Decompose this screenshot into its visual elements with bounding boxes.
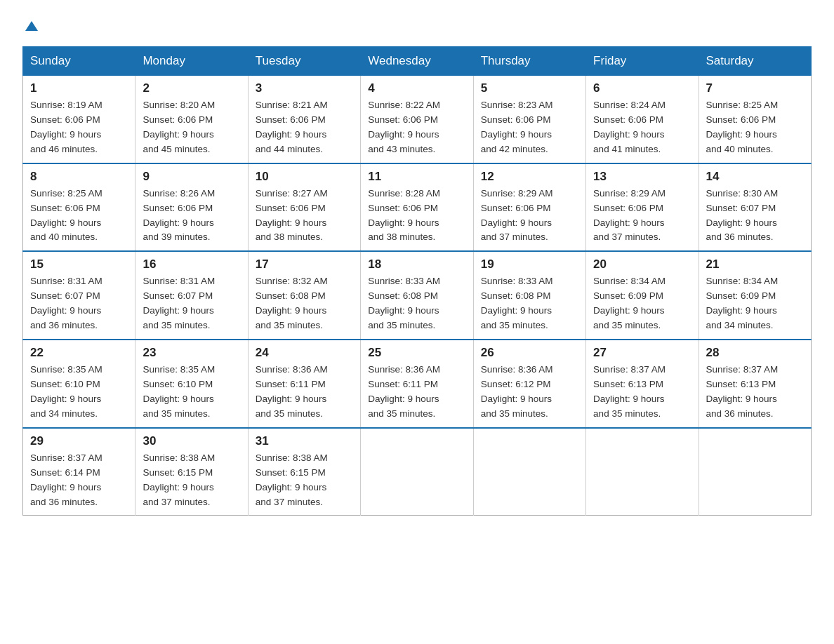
day-number: 25 [368,346,465,360]
day-info: Sunrise: 8:33 AMSunset: 6:08 PMDaylight:… [368,274,465,333]
day-number: 6 [593,81,691,95]
day-number: 2 [143,81,240,95]
day-cell [473,428,585,516]
day-number: 15 [30,257,128,271]
day-number: 12 [481,170,578,184]
day-info: Sunrise: 8:24 AMSunset: 6:06 PMDaylight:… [593,98,691,157]
day-number: 23 [143,346,240,360]
day-number: 14 [706,170,804,184]
page-header [22,17,812,34]
day-cell: 24Sunrise: 8:36 AMSunset: 6:11 PMDayligh… [248,340,360,428]
svg-marker-0 [25,21,38,31]
logo [22,17,39,34]
day-info: Sunrise: 8:34 AMSunset: 6:09 PMDaylight:… [593,274,691,333]
day-number: 9 [143,170,240,184]
day-number: 4 [368,81,465,95]
day-cell: 23Sunrise: 8:35 AMSunset: 6:10 PMDayligh… [135,340,248,428]
day-info: Sunrise: 8:38 AMSunset: 6:15 PMDaylight:… [143,451,240,510]
header-friday: Friday [586,47,699,76]
day-number: 28 [706,346,804,360]
day-info: Sunrise: 8:22 AMSunset: 6:06 PMDaylight:… [368,98,465,157]
day-cell: 17Sunrise: 8:32 AMSunset: 6:08 PMDayligh… [248,251,360,340]
day-number: 8 [30,170,128,184]
day-info: Sunrise: 8:20 AMSunset: 6:06 PMDaylight:… [143,98,240,157]
day-cell: 13Sunrise: 8:29 AMSunset: 6:06 PMDayligh… [586,163,699,252]
day-cell: 4Sunrise: 8:22 AMSunset: 6:06 PMDaylight… [361,76,473,163]
day-cell: 18Sunrise: 8:33 AMSunset: 6:08 PMDayligh… [361,251,473,340]
header-monday: Monday [135,47,248,76]
week-row-3: 15Sunrise: 8:31 AMSunset: 6:07 PMDayligh… [23,251,812,340]
day-cell: 26Sunrise: 8:36 AMSunset: 6:12 PMDayligh… [473,340,585,428]
day-number: 13 [593,170,691,184]
week-row-2: 8Sunrise: 8:25 AMSunset: 6:06 PMDaylight… [23,163,812,252]
day-info: Sunrise: 8:36 AMSunset: 6:12 PMDaylight:… [481,363,578,422]
header-saturday: Saturday [699,47,811,76]
day-cell: 1Sunrise: 8:19 AMSunset: 6:06 PMDaylight… [23,76,135,163]
day-info: Sunrise: 8:37 AMSunset: 6:13 PMDaylight:… [706,363,804,422]
day-cell [586,428,699,516]
day-cell: 7Sunrise: 8:25 AMSunset: 6:06 PMDaylight… [699,76,811,163]
day-number: 1 [30,81,128,95]
day-cell: 31Sunrise: 8:38 AMSunset: 6:15 PMDayligh… [248,428,360,516]
calendar-table: SundayMondayTuesdayWednesdayThursdayFrid… [22,46,812,516]
day-info: Sunrise: 8:31 AMSunset: 6:07 PMDaylight:… [143,274,240,333]
day-cell: 6Sunrise: 8:24 AMSunset: 6:06 PMDaylight… [586,76,699,163]
day-cell: 27Sunrise: 8:37 AMSunset: 6:13 PMDayligh… [586,340,699,428]
day-info: Sunrise: 8:25 AMSunset: 6:06 PMDaylight:… [706,98,804,157]
day-info: Sunrise: 8:27 AMSunset: 6:06 PMDaylight:… [256,187,353,246]
day-cell: 15Sunrise: 8:31 AMSunset: 6:07 PMDayligh… [23,251,135,340]
day-info: Sunrise: 8:25 AMSunset: 6:06 PMDaylight:… [30,187,128,246]
day-info: Sunrise: 8:38 AMSunset: 6:15 PMDaylight:… [256,451,353,510]
day-info: Sunrise: 8:32 AMSunset: 6:08 PMDaylight:… [256,274,353,333]
day-info: Sunrise: 8:36 AMSunset: 6:11 PMDaylight:… [256,363,353,422]
day-number: 20 [593,257,691,271]
day-cell [361,428,473,516]
calendar-header-row: SundayMondayTuesdayWednesdayThursdayFrid… [23,47,812,76]
week-row-5: 29Sunrise: 8:37 AMSunset: 6:14 PMDayligh… [23,428,812,516]
day-number: 18 [368,257,465,271]
week-row-1: 1Sunrise: 8:19 AMSunset: 6:06 PMDaylight… [23,76,812,163]
day-number: 7 [706,81,804,95]
day-cell: 16Sunrise: 8:31 AMSunset: 6:07 PMDayligh… [135,251,248,340]
day-info: Sunrise: 8:31 AMSunset: 6:07 PMDaylight:… [30,274,128,333]
day-number: 29 [30,434,128,448]
day-cell: 29Sunrise: 8:37 AMSunset: 6:14 PMDayligh… [23,428,135,516]
day-cell: 19Sunrise: 8:33 AMSunset: 6:08 PMDayligh… [473,251,585,340]
day-info: Sunrise: 8:19 AMSunset: 6:06 PMDaylight:… [30,98,128,157]
week-row-4: 22Sunrise: 8:35 AMSunset: 6:10 PMDayligh… [23,340,812,428]
day-info: Sunrise: 8:33 AMSunset: 6:08 PMDaylight:… [481,274,578,333]
header-wednesday: Wednesday [361,47,473,76]
day-cell: 11Sunrise: 8:28 AMSunset: 6:06 PMDayligh… [361,163,473,252]
day-info: Sunrise: 8:35 AMSunset: 6:10 PMDaylight:… [143,363,240,422]
day-info: Sunrise: 8:21 AMSunset: 6:06 PMDaylight:… [256,98,353,157]
day-number: 19 [481,257,578,271]
header-thursday: Thursday [473,47,585,76]
day-cell: 28Sunrise: 8:37 AMSunset: 6:13 PMDayligh… [699,340,811,428]
day-info: Sunrise: 8:37 AMSunset: 6:14 PMDaylight:… [30,451,128,510]
day-cell: 14Sunrise: 8:30 AMSunset: 6:07 PMDayligh… [699,163,811,252]
day-cell: 3Sunrise: 8:21 AMSunset: 6:06 PMDaylight… [248,76,360,163]
day-info: Sunrise: 8:30 AMSunset: 6:07 PMDaylight:… [706,187,804,246]
day-cell: 25Sunrise: 8:36 AMSunset: 6:11 PMDayligh… [361,340,473,428]
day-cell: 20Sunrise: 8:34 AMSunset: 6:09 PMDayligh… [586,251,699,340]
day-cell: 8Sunrise: 8:25 AMSunset: 6:06 PMDaylight… [23,163,135,252]
day-cell: 30Sunrise: 8:38 AMSunset: 6:15 PMDayligh… [135,428,248,516]
day-number: 17 [256,257,353,271]
day-info: Sunrise: 8:28 AMSunset: 6:06 PMDaylight:… [368,187,465,246]
day-cell: 22Sunrise: 8:35 AMSunset: 6:10 PMDayligh… [23,340,135,428]
day-number: 31 [256,434,353,448]
day-cell [699,428,811,516]
day-info: Sunrise: 8:23 AMSunset: 6:06 PMDaylight:… [481,98,578,157]
day-info: Sunrise: 8:29 AMSunset: 6:06 PMDaylight:… [593,187,691,246]
day-number: 27 [593,346,691,360]
day-number: 22 [30,346,128,360]
logo-triangle-icon [24,18,39,34]
day-number: 10 [256,170,353,184]
day-number: 26 [481,346,578,360]
day-number: 11 [368,170,465,184]
day-cell: 5Sunrise: 8:23 AMSunset: 6:06 PMDaylight… [473,76,585,163]
day-info: Sunrise: 8:34 AMSunset: 6:09 PMDaylight:… [706,274,804,333]
day-cell: 9Sunrise: 8:26 AMSunset: 6:06 PMDaylight… [135,163,248,252]
day-cell: 12Sunrise: 8:29 AMSunset: 6:06 PMDayligh… [473,163,585,252]
day-info: Sunrise: 8:35 AMSunset: 6:10 PMDaylight:… [30,363,128,422]
